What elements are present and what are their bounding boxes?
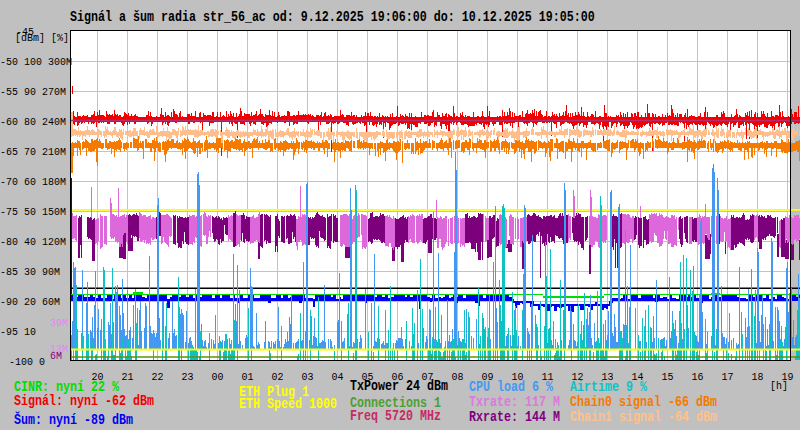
svg-text:01: 01 <box>242 370 254 383</box>
svg-text:-50 100 300M: -50 100 300M <box>0 55 72 68</box>
svg-text:-85 30 90M: -85 30 90M <box>0 265 60 278</box>
svg-text:Freq 5720 MHz: Freq 5720 MHz <box>350 409 441 425</box>
svg-text:-70 60 180M: -70 60 180M <box>0 175 66 188</box>
svg-text:03: 03 <box>302 370 314 383</box>
svg-text:04: 04 <box>332 370 344 383</box>
svg-text:Rxrate: 144 M: Rxrate: 144 M <box>469 409 560 425</box>
svg-text:17: 17 <box>722 370 734 383</box>
svg-text:Txrate: 117 M: Txrate: 117 M <box>469 394 560 410</box>
svg-text:02: 02 <box>272 370 284 383</box>
svg-text:-95 10: -95 10 <box>0 325 36 338</box>
svg-text:-60 80 240M: -60 80 240M <box>0 115 66 128</box>
svg-text:CPU load 6 %: CPU load 6 % <box>469 379 553 395</box>
svg-text:21: 21 <box>122 370 134 383</box>
svg-text:-80 40 120M: -80 40 120M <box>0 235 66 248</box>
svg-text:08: 08 <box>452 370 464 383</box>
svg-text:[dBm] [%]: [dBm] [%] <box>15 31 69 44</box>
svg-text:6M: 6M <box>50 349 62 362</box>
svg-text:16: 16 <box>692 370 704 383</box>
svg-text:-55 90 270M: -55 90 270M <box>0 85 66 98</box>
svg-text:Signál a šum radia str_56_ac o: Signál a šum radia str_56_ac od: 9.12.20… <box>70 9 595 25</box>
svg-text:Signál: nyní -62 dBm: Signál: nyní -62 dBm <box>14 394 154 410</box>
svg-text:-90 20 60M: -90 20 60M <box>0 295 60 308</box>
svg-text:TxPower 24 dBm: TxPower 24 dBm <box>350 378 448 394</box>
svg-text:00: 00 <box>212 370 224 383</box>
svg-text:ETH Speed 1000: ETH Speed 1000 <box>239 396 337 412</box>
svg-text:22: 22 <box>152 370 164 383</box>
svg-text:[h]: [h] <box>770 380 788 393</box>
svg-text:18: 18 <box>752 370 764 383</box>
svg-text:Šum: nyní -89 dBm: Šum: nyní -89 dBm <box>14 412 133 428</box>
svg-text:23: 23 <box>182 370 194 383</box>
svg-text:-65 70 210M: -65 70 210M <box>0 145 66 158</box>
svg-text:-75 50 150M: -75 50 150M <box>0 205 66 218</box>
svg-text:15: 15 <box>662 370 674 383</box>
svg-text:Chain0 signal -66 dBm: Chain0 signal -66 dBm <box>570 394 717 410</box>
svg-text:Airtime 9 %: Airtime 9 % <box>570 379 647 395</box>
svg-text:-100 0: -100 0 <box>9 355 45 368</box>
svg-text:39M: 39M <box>50 316 68 329</box>
svg-text:Chain1 signal -64 dBm: Chain1 signal -64 dBm <box>570 409 717 425</box>
